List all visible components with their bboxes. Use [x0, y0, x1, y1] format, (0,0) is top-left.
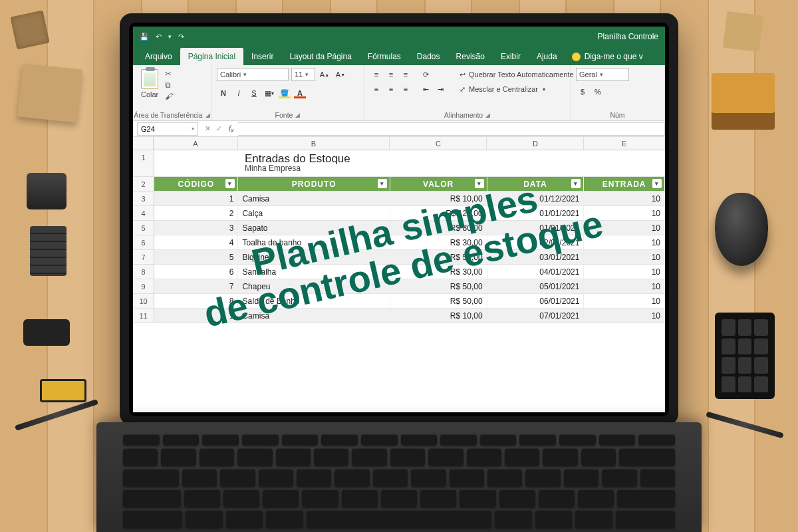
percent-icon[interactable]: % [591, 85, 604, 98]
cell-valor[interactable]: R$ 50,00 [390, 279, 487, 293]
currency-icon[interactable]: $ [576, 85, 589, 98]
tab-inserir[interactable]: Inserir [243, 48, 281, 65]
col-header-c[interactable]: C [390, 137, 487, 150]
borders-button[interactable]: ▦▾ [263, 86, 276, 100]
filter-caret-icon[interactable]: ▾ [652, 179, 662, 188]
cell-entrada[interactable]: 10 [584, 221, 665, 235]
cell-entrada[interactable]: 10 [584, 192, 665, 205]
spreadsheet-grid[interactable]: A B C D E 1234567891011 Entradas do Esto… [133, 137, 665, 412]
cell-produto[interactable]: Sapato [238, 221, 390, 235]
cell-data[interactable]: 07/01/2021 [487, 309, 585, 323]
cell-valor[interactable]: R$ 10,00 [390, 309, 487, 323]
cell-data[interactable]: 01/12/2021 [487, 192, 585, 205]
tab-pagina-inicial[interactable]: Página Inicial [180, 48, 243, 65]
col-header-d[interactable]: D [487, 137, 584, 150]
cell-data[interactable]: 01/01/2021 [487, 206, 585, 220]
tab-exibir[interactable]: Exibir [493, 48, 529, 65]
cell-produto[interactable]: Saída de Banho [238, 294, 390, 308]
header-codigo[interactable]: CÓDIGO▾ [154, 177, 238, 191]
undo-icon[interactable]: ↶ [156, 33, 162, 41]
underline-button[interactable]: S [247, 86, 261, 100]
italic-button[interactable]: I [232, 86, 245, 100]
increase-font-icon[interactable]: A▲ [318, 68, 331, 81]
cell-valor[interactable]: R$ 30,00 [390, 265, 487, 279]
font-name-combo[interactable]: Calibri▾ [217, 68, 289, 81]
header-produto[interactable]: PRODUTO▾ [238, 177, 390, 191]
cell-valor[interactable]: R$ 30,00 [390, 235, 487, 249]
table-row[interactable]: 2CalçaR$ 120,0001/01/202110 [154, 206, 665, 221]
tab-dados[interactable]: Dados [409, 48, 448, 65]
tab-arquivo[interactable]: Arquivo [137, 48, 180, 65]
cancel-formula-icon[interactable]: ✕ [205, 124, 211, 133]
formula-input[interactable] [238, 122, 665, 136]
filter-caret-icon[interactable]: ▾ [225, 179, 235, 188]
table-row[interactable]: 1CamisaR$ 10,0001/12/202110 [154, 192, 665, 206]
cell-entrada[interactable]: 10 [584, 279, 665, 293]
format-painter-icon[interactable]: 🖌 [165, 92, 173, 101]
col-header-e[interactable]: E [584, 137, 665, 150]
cell-produto[interactable]: Camisa [238, 309, 390, 323]
paste-button[interactable]: Colar [138, 68, 161, 100]
header-valor[interactable]: VALOR▾ [390, 177, 487, 191]
cell-entrada[interactable]: 10 [584, 309, 665, 323]
redo-icon[interactable]: ↷ [178, 33, 184, 41]
table-row[interactable]: 3SapatoR$ 80,0001/01/202110 [154, 221, 665, 235]
cell-data[interactable]: 04/01/2021 [487, 265, 585, 279]
cell-codigo[interactable]: 2 [154, 206, 238, 220]
cell-entrada[interactable]: 10 [584, 250, 665, 264]
cell-data[interactable]: 05/01/2021 [487, 279, 585, 293]
tell-me-search[interactable]: Diga-me o que v [565, 48, 650, 65]
cell-data[interactable]: 06/01/2021 [487, 294, 585, 308]
tab-revisao[interactable]: Revisão [448, 48, 493, 65]
align-middle-icon[interactable]: ≡ [384, 68, 398, 81]
save-icon[interactable]: 💾 [140, 33, 149, 41]
cell-codigo[interactable]: 1 [154, 192, 238, 205]
merge-center-button[interactable]: ⤢Mesclar e Centralizar▾ [455, 82, 579, 96]
cell-valor[interactable]: R$ 50,00 [390, 294, 487, 308]
cell-produto[interactable]: Toalha de banho [238, 235, 390, 249]
filter-caret-icon[interactable]: ▾ [475, 179, 484, 188]
cell-produto[interactable]: Chapeu [238, 279, 390, 293]
select-all-corner[interactable] [133, 137, 154, 150]
cell-entrada[interactable]: 10 [584, 235, 665, 249]
cell-data[interactable]: 01/01/2021 [487, 221, 585, 235]
number-format-combo[interactable]: Geral▾ [576, 68, 629, 81]
name-box[interactable]: G24▾ [137, 122, 198, 136]
align-left-icon[interactable]: ≡ [370, 82, 383, 96]
table-row[interactable]: 8Saída de BanhoR$ 50,0006/01/202110 [154, 294, 665, 309]
orientation-icon[interactable]: ⟳ [419, 68, 432, 81]
copy-icon[interactable]: ⧉ [165, 80, 173, 90]
cut-icon[interactable]: ✂ [165, 69, 173, 78]
table-row[interactable]: 5BiquineR$ 50,0003/01/202110 [154, 250, 665, 265]
cell-valor[interactable]: R$ 80,00 [390, 221, 487, 235]
decrease-indent-icon[interactable]: ⇤ [419, 82, 432, 96]
cell-valor[interactable]: R$ 50,00 [390, 250, 487, 264]
cell-entrada[interactable]: 10 [584, 294, 665, 308]
cells-area[interactable]: Entradas do Estoque Minha Empresa CÓDIGO… [154, 150, 665, 323]
cell-codigo[interactable]: 8 [154, 294, 238, 308]
font-size-combo[interactable]: 11▾ [291, 68, 315, 81]
cell-codigo[interactable]: 5 [154, 250, 238, 264]
cell-data[interactable]: 03/01/2021 [487, 250, 585, 264]
align-bottom-icon[interactable]: ≡ [399, 68, 412, 81]
cell-codigo[interactable]: 3 [154, 221, 238, 235]
tab-layout[interactable]: Layout da Página [281, 48, 359, 65]
cell-codigo[interactable]: 4 [154, 235, 238, 249]
accept-formula-icon[interactable]: ✓ [216, 124, 222, 133]
clipboard-dialog-launcher[interactable]: ◢ [205, 112, 210, 118]
cell-produto[interactable]: Biquine [238, 250, 390, 264]
header-data[interactable]: DATA▾ [487, 177, 585, 191]
table-row[interactable]: 4Toalha de banhoR$ 30,0002/01/202110 [154, 235, 665, 250]
align-center-icon[interactable]: ≡ [384, 82, 398, 96]
filter-caret-icon[interactable]: ▾ [571, 179, 581, 188]
filter-caret-icon[interactable]: ▾ [378, 179, 387, 188]
cell-valor[interactable]: R$ 120,00 [390, 206, 487, 220]
table-row[interactable]: 1CamisaR$ 10,0007/01/202110 [154, 309, 665, 323]
col-header-b[interactable]: B [238, 137, 390, 150]
cell-produto[interactable]: Sandalha [238, 265, 390, 279]
cell-codigo[interactable]: 7 [154, 279, 238, 293]
table-row[interactable]: 7ChapeuR$ 50,0005/01/202110 [154, 279, 665, 294]
cell-entrada[interactable]: 10 [584, 265, 665, 279]
cell-produto[interactable]: Calça [238, 206, 390, 220]
header-entrada[interactable]: ENTRADA▾ [584, 177, 665, 191]
